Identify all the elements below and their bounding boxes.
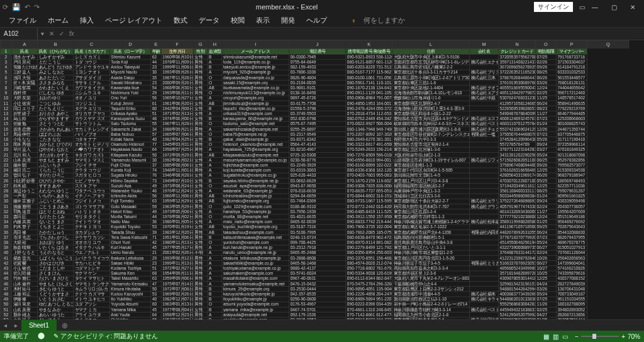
cell[interactable]: 1988年09月21日 <box>161 126 193 131</box>
cell[interactable]: 1987年11月28日 <box>161 75 193 80</box>
cell[interactable]: キタガワ カズト <box>74 152 109 157</box>
col-header[interactable]: B <box>37 40 73 48</box>
cell[interactable]: 090-3322-6617 491-6500 <box>346 142 392 147</box>
autosave-icon[interactable]: ⟳ <box>3 3 8 11</box>
table-row[interactable]: 53小井 裕子おい ゆきこオイ ユキコOi Yukiko651957年10月23… <box>0 317 629 319</box>
cell[interactable]: 070-0022-9927 506-0046 <box>346 121 392 126</box>
cell[interactable]: はとり とおね <box>37 209 73 214</box>
cell[interactable]: 07/23 <box>536 116 557 121</box>
cell[interactable]: 050-7718-8802 781-6792 <box>346 266 392 271</box>
cell[interactable]: 05/25 <box>536 178 557 183</box>
cell[interactable]: 03-7806-1036 <box>289 70 346 75</box>
ribbon-opts-icon[interactable]: ▭ <box>579 4 585 11</box>
cell[interactable]: B <box>208 317 222 319</box>
cell[interactable]: 12/24 <box>536 214 557 219</box>
cell[interactable]: 東京都千代田区永田町4-1-5-505 <box>392 168 470 173</box>
cell[interactable]: 4280564331969174 <box>499 173 536 178</box>
cell[interactable]: 湯田 篤史 <box>11 302 37 307</box>
cell[interactable]: 株式会社ベストセラ <box>470 121 499 126</box>
table-row[interactable]: 19岡本 秀徳おかもと ひでのりオカモト ヒデノリOkamoto Hidenor… <box>0 142 629 147</box>
cell[interactable]: kuri.haruki@example.ne.jp <box>222 245 289 250</box>
cell[interactable]: たけい まさひと <box>37 276 73 281</box>
cell[interactable]: 株式会社柴木 <box>470 292 499 297</box>
cell[interactable]: gakai_otaki@example.jp <box>222 137 289 142</box>
cell[interactable]: B <box>208 137 222 142</box>
cell[interactable]: 39 <box>151 229 161 234</box>
table-row[interactable]: 42佐賀 響さかは ひびきサカハ ヒビキSakae Hibiki231999年1… <box>0 261 629 266</box>
cell[interactable]: 1958年07月25日 <box>161 147 193 152</box>
col-header[interactable]: E <box>151 40 161 48</box>
cell[interactable]: 男性 <box>193 245 208 250</box>
cell[interactable]: Fujii Tomeko <box>109 199 151 204</box>
cell[interactable]: fujiichisa@example.com <box>222 163 289 168</box>
cell[interactable] <box>470 65 499 70</box>
cell[interactable]: 5241290452075992 <box>499 312 536 317</box>
cell[interactable]: ワタナベ ユウコ <box>74 189 109 194</box>
cell[interactable]: 090-6485-8419 111-5253 <box>346 209 392 214</box>
cell[interactable]: 3778718370779920 <box>499 235 536 240</box>
cell[interactable]: 03-2888-8608 <box>289 255 346 260</box>
table-row[interactable]: 9西村 倖にしむら ゆきニシムラ ユキNishimura Yuki291993年… <box>0 91 629 96</box>
cell[interactable]: 09/24 <box>536 199 557 204</box>
cell[interactable]: キムラリロゴルカ <box>74 287 109 292</box>
cell[interactable]: 03-4021-6635 <box>289 214 346 219</box>
cell[interactable]: さかは ひびき <box>37 261 73 266</box>
cell[interactable]: 04/24 <box>536 281 557 286</box>
cell[interactable]: 090-0222-0396 034-4359 <box>346 302 392 307</box>
cell[interactable]: 06/24 <box>536 101 557 106</box>
cell[interactable]: 48 <box>151 116 161 121</box>
cell[interactable]: 3431391202290256 <box>499 152 536 157</box>
cell[interactable]: 0176-53-4967 <box>289 302 346 307</box>
cell[interactable]: 03-7464-0369 <box>289 199 346 204</box>
table-row[interactable]: 38大堀 裕おおほり ゆうオオホリ ユウOhori Yuni421980年11月… <box>0 240 629 245</box>
cell[interactable]: 768018126131 <box>556 80 587 86</box>
cell[interactable]: 株式会社中原 <box>470 96 499 101</box>
cell[interactable]: 東京都清瀬市中清瀬4-4-5 <box>392 292 470 297</box>
add-sheet-button[interactable]: ⊕ <box>57 321 73 330</box>
cell[interactable] <box>470 214 499 219</box>
table-row[interactable]: 21北川 和人きたがわ かずとキタガワ カズトKitagawa Kazuto50… <box>0 152 629 157</box>
cell[interactable]: 07/23 <box>536 235 557 240</box>
cell[interactable]: 921318687098 <box>556 152 587 157</box>
cell[interactable] <box>470 281 499 286</box>
cell[interactable]: 090-1670-2138 134-6415 <box>346 86 392 91</box>
cell[interactable]: maio_naito@example.com <box>222 219 289 224</box>
table-row[interactable]: 47木村 祐斗きむら ゆうとキムラリロゴルカKimura Hirotaka501… <box>0 287 629 292</box>
sheet-nav-prev[interactable]: ◂ <box>0 322 11 329</box>
cell[interactable]: 1971年02月13日 <box>161 111 193 116</box>
col-header[interactable]: H <box>208 40 222 48</box>
cell[interactable]: Baba Nobuo <box>109 132 151 137</box>
col-header[interactable]: M <box>470 40 499 48</box>
cell[interactable]: tsutomu_sato@example.net <box>222 121 289 126</box>
cell[interactable]: 1959年09月06日 <box>161 276 193 281</box>
cell[interactable]: 株式会社クオフード <box>470 86 499 91</box>
cell[interactable] <box>470 106 499 111</box>
cell[interactable]: 090-9321-0933 536-1126 <box>346 55 392 60</box>
cell[interactable]: sakaehibiki@example.co.jp <box>222 261 289 266</box>
cell[interactable]: 1954年09月11日 <box>161 271 193 276</box>
table-row[interactable]: 45竹井 雅仁たけい まさひとタケイ マサヒトTakei Masahito631… <box>0 276 629 281</box>
cell[interactable]: コタキ ナナ <box>74 137 109 142</box>
cell[interactable]: 福島県西白河郡表郷村1-5-1 <box>392 235 470 240</box>
cell[interactable]: にしむら ゆき <box>37 91 73 96</box>
col-header[interactable]: P <box>556 40 587 48</box>
cell[interactable]: コツジ ユミ <box>74 101 109 106</box>
cell[interactable]: 0564-47-4143 <box>289 142 346 147</box>
cell[interactable]: ハトリ トオネ <box>74 209 109 214</box>
cell[interactable]: モリタ タクミ <box>74 214 109 219</box>
cell[interactable]: 952978382856 <box>556 158 587 163</box>
cell[interactable]: Kotaki Nana <box>109 137 151 142</box>
cell[interactable]: 59 <box>151 204 161 209</box>
cell[interactable]: daigoasada@example.co.jp <box>222 75 289 80</box>
cell[interactable]: shimizukazumi@example.net <box>222 55 289 60</box>
cell[interactable]: 株式会社三木 <box>470 75 499 80</box>
cell[interactable]: 07/25 <box>536 297 557 302</box>
col-header[interactable]: L <box>392 40 470 48</box>
cell[interactable]: 菅田 弘子 <box>11 173 37 178</box>
cell[interactable]: 3672696056278925 <box>499 65 536 70</box>
cell[interactable]: 渡辺 ゆうこ <box>11 189 37 194</box>
cell[interactable]: 1993年09月26日 <box>161 70 193 75</box>
cell[interactable]: 080-6336-6368 162-1203 <box>346 168 392 173</box>
cell[interactable]: 03/27 <box>536 147 557 152</box>
cell[interactable]: B <box>208 297 222 302</box>
